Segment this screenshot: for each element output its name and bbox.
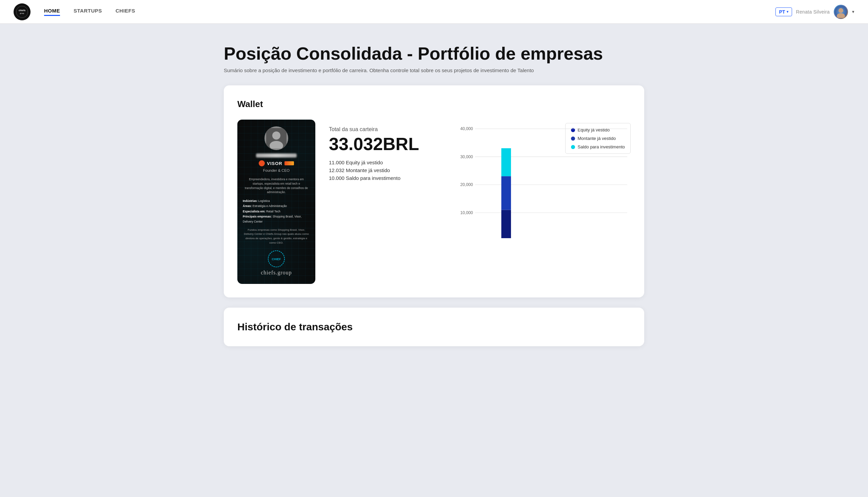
- brand-circle-icon: [259, 160, 265, 166]
- brand-bar-icon: [285, 161, 294, 165]
- id-card-extra: Fundou empresas como Shopping Brasil, Vi…: [243, 228, 310, 245]
- id-card: VISOR Founder & CEO Empreendedora, inves…: [237, 119, 315, 284]
- svg-rect-22: [501, 148, 511, 176]
- logo[interactable]: chiefs group: [14, 3, 30, 20]
- id-card-bio: Empreendedora, investidora e mentora em …: [243, 177, 310, 195]
- nav-links: HOME STARTUPS CHIEFS: [44, 8, 775, 16]
- svg-point-4: [839, 8, 843, 13]
- svg-text:CHIEF: CHIEF: [272, 257, 281, 261]
- avatar[interactable]: [834, 5, 848, 19]
- svg-point-7: [272, 131, 280, 140]
- language-selector[interactable]: PT ▾: [775, 8, 792, 16]
- id-card-brands: VISOR: [259, 160, 294, 166]
- chart-area: Equity já vestido Montante já vestido Sa…: [437, 119, 631, 252]
- id-card-areas: Áreas: Estratégia e Administração: [243, 203, 310, 209]
- id-card-inner: VISOR Founder & CEO Empreendedora, inves…: [243, 126, 310, 276]
- page-title: Posição Consolidada - Portfólio de empre…: [224, 44, 644, 63]
- language-label: PT: [779, 9, 785, 15]
- id-card-industry: Indústrias: Logística: [243, 199, 310, 203]
- id-card-signature: chiefs.group: [261, 270, 292, 276]
- id-card-role: Founder & CEO: [263, 168, 290, 172]
- breakdown-saldo: 10.000 Saldo para investimento: [329, 175, 424, 181]
- wallet-breakdown: 11.000 Equity já vestido 12.032 Montante…: [329, 159, 424, 181]
- brand-visor-text: VISOR: [267, 161, 282, 166]
- user-name: Renata Silveira: [796, 9, 830, 15]
- id-card-avatar: [264, 126, 288, 150]
- wallet-total: 33.032BRL: [329, 135, 424, 153]
- breakdown-montante: 12.032 Montante já vestido: [329, 167, 424, 173]
- svg-text:20,000: 20,000: [460, 183, 473, 187]
- page-subtitle: Sumário sobre a posição de investimento …: [224, 68, 644, 73]
- id-card-details: Indústrias: Logística Áreas: Estratégia …: [243, 199, 310, 224]
- wallet-title: Wallet: [237, 99, 631, 110]
- svg-rect-21: [501, 176, 511, 210]
- wallet-stats: Total da sua carteira 33.032BRL 11.000 E…: [329, 119, 424, 188]
- id-card-name-blur: [256, 154, 297, 158]
- svg-text:chiefs: chiefs: [19, 9, 25, 12]
- wallet-content: VISOR Founder & CEO Empreendedora, inves…: [237, 119, 631, 284]
- navbar: chiefs group HOME STARTUPS CHIEFS PT ▾ R…: [0, 0, 868, 24]
- historico-section: Histórico de transações: [224, 308, 644, 346]
- main-content: Posição Consolidada - Portfólio de empre…: [197, 24, 671, 360]
- breakdown-equity: 11.000 Equity já vestido: [329, 159, 424, 165]
- navbar-right: PT ▾ Renata Silveira ▾: [775, 5, 854, 19]
- nav-home[interactable]: HOME: [44, 8, 60, 16]
- svg-rect-20: [501, 210, 511, 238]
- chief-stamp-icon: CHIEF: [267, 250, 285, 268]
- svg-text:40,000: 40,000: [460, 126, 473, 131]
- id-card-specialist: Especialista em: Retail Tech: [243, 209, 310, 214]
- wallet-section: Wallet VISOR: [224, 85, 644, 297]
- nav-startups[interactable]: STARTUPS: [73, 8, 102, 16]
- user-chevron-icon[interactable]: ▾: [852, 9, 854, 14]
- nav-chiefs[interactable]: CHIEFS: [115, 8, 135, 16]
- svg-point-0: [16, 6, 28, 18]
- historico-title: Histórico de transações: [237, 321, 631, 333]
- id-card-companies: Principais empresas: Shopping Brasil, Vi…: [243, 214, 310, 225]
- svg-text:30,000: 30,000: [460, 155, 473, 159]
- chart-svg: 40,000 30,000 20,000 10,000: [458, 123, 631, 238]
- lang-chevron-icon: ▾: [787, 10, 788, 14]
- wallet-stats-label: Total da sua carteira: [329, 126, 424, 132]
- svg-text:10,000: 10,000: [460, 210, 473, 215]
- svg-text:group: group: [20, 12, 24, 14]
